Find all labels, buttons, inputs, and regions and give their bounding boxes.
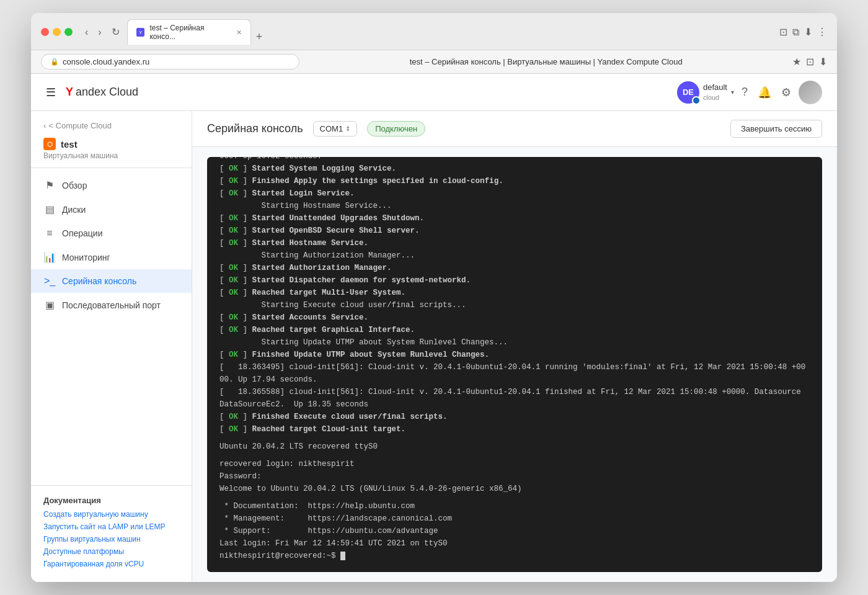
terminal-line: [ 18.365588] cloud-init[561]: Cloud-init… [219, 386, 810, 411]
monitoring-icon: 📊 [43, 251, 56, 263]
sidebar-item-disks[interactable]: ▤ Диски [31, 197, 192, 221]
terminal-line: [ OK ] Reached target Cloud-init target. [219, 423, 810, 436]
app-body: ‹ < Compute Cloud ⬡ test Виртуальная маш… [31, 111, 837, 582]
address-bar[interactable]: 🔒 console.cloud.yandex.ru [41, 54, 299, 69]
terminal-line: Starting Hostname Service... [219, 200, 810, 212]
traffic-lights [41, 28, 73, 36]
terminal-line: [ OK ] Started Unattended Upgrades Shutd… [219, 212, 810, 225]
new-tab-button[interactable]: + [251, 30, 268, 43]
terminal-line: * Support: https://ubuntu.com/advantage [219, 525, 810, 537]
header-user: DE default cloud ▾ ? 🔔 ⚙ [677, 81, 822, 104]
sidebar-item-serial-console[interactable]: >_ Серийная консоль [31, 269, 192, 293]
screenshot-icon[interactable]: ⧉ [792, 27, 799, 38]
terminal-line: [ 17.040655] cloud-init[531]: Cloud-init… [219, 157, 810, 163]
page-title: test – Серийная консоль | Виртуальные ма… [306, 57, 786, 66]
profile-picture[interactable] [799, 81, 822, 104]
terminal-line: [ OK ] Reached target Graphical Interfac… [219, 324, 810, 336]
terminal-line: [ OK ] Started OpenBSD Secure Shell serv… [219, 225, 810, 237]
browser-window: ‹ › ↻ Y test – Серийная консо... ✕ + ⊡ ⧉… [31, 13, 837, 582]
serial-port-icon: ▣ [43, 299, 56, 311]
sidebar-item-overview[interactable]: ⚑ Обзор [31, 173, 192, 197]
browser-tabs: Y test – Серийная консо... ✕ + [127, 19, 268, 45]
user-org: cloud [703, 93, 727, 102]
user-avatar: DE [677, 81, 699, 104]
cast-icon[interactable]: ⊡ [806, 56, 814, 68]
logo-y: Y [66, 86, 73, 99]
docs-link-create-vm[interactable]: Создать виртуальную машину [43, 510, 179, 519]
sidebar-nav: ⚑ Обзор ▤ Диски ≡ Операции 📊 Мониторинг [31, 168, 192, 485]
docs-link-platforms[interactable]: Доступные платформы [43, 547, 179, 556]
docs-link-vm-groups[interactable]: Группы виртуальных машин [43, 535, 179, 544]
monitoring-label: Мониторинг [62, 253, 110, 262]
vm-type-label: Виртуальная машина [43, 151, 179, 160]
browser-tab[interactable]: Y test – Серийная консо... ✕ [127, 19, 251, 45]
bookmark-star-icon[interactable]: ★ [792, 56, 801, 68]
serial-console-label: Серийная консоль [62, 276, 136, 286]
sidebar: ‹ < Compute Cloud ⬡ test Виртуальная маш… [31, 111, 192, 582]
maximize-button[interactable] [64, 28, 73, 36]
docs-link-lamp[interactable]: Запустить сайт на LAMP или LEMP [43, 522, 179, 531]
right-toolbar-icons: ★ ⊡ ⬇ [792, 56, 827, 68]
terminal-line: nikthespirit@recovered:~$ [219, 550, 810, 562]
reload-button[interactable]: ↻ [109, 25, 122, 39]
back-label: < Compute Cloud [48, 121, 112, 130]
terminal-line: Welcome to Ubuntu 20.04.2 LTS (GNU/Linux… [219, 483, 810, 495]
terminal-line: [ OK ] Finished Update UTMP about System… [219, 349, 810, 361]
terminal-line: [ OK ] Started Authorization Manager. [219, 262, 810, 274]
sidebar-item-serial-port[interactable]: ▣ Последовательный порт [31, 293, 192, 317]
operations-icon: ≡ [43, 228, 56, 239]
terminal-line: * Documentation: https://help.ubuntu.com [219, 500, 810, 512]
close-button[interactable] [41, 28, 49, 36]
tab-close-button[interactable]: ✕ [236, 29, 242, 37]
terminal-line: Ubuntu 20.04.2 LTS recovered ttyS0 [219, 441, 810, 453]
terminal-line: [ OK ] Started Dispatcher daemon for sys… [219, 274, 810, 287]
docs-link-vcpu[interactable]: Гарантированная доля vCPU [43, 560, 179, 568]
terminal-line: [ 18.363495] cloud-init[561]: Cloud-init… [219, 361, 810, 386]
com-chevron-icon: ⇕ [345, 125, 350, 132]
terminal-line: * Management: https://landscape.canonica… [219, 512, 810, 525]
bookmark-icon[interactable]: ⊡ [779, 26, 787, 38]
app-container: ☰ Y andex Cloud DE default cloud ▾ [31, 74, 837, 582]
sidebar-back-link[interactable]: ‹ < Compute Cloud [31, 111, 192, 135]
back-button[interactable]: ‹ [82, 25, 91, 39]
user-avatar-container[interactable]: DE default cloud ▾ [677, 81, 734, 104]
help-icon[interactable]: ? [739, 83, 750, 101]
browser-toolbar: 🔒 console.cloud.yandex.ru test – Серийна… [31, 50, 837, 74]
settings-icon[interactable]: ⚙ [779, 83, 794, 102]
tab-favicon: Y [136, 28, 145, 37]
sidebar-item-operations[interactable]: ≡ Операции [31, 221, 192, 245]
main-content: Серийная консоль COM1 ⇕ Подключен Заверш… [192, 111, 837, 582]
operations-label: Операции [62, 228, 103, 238]
terminal-line: [ OK ] Started Hostname Service. [219, 237, 810, 249]
user-name: default [703, 83, 727, 93]
download-icon[interactable]: ⬇ [804, 26, 812, 38]
vm-name-label: test [61, 139, 78, 150]
terminal-line: [ OK ] Started Accounts Service. [219, 311, 810, 324]
sidebar-item-monitoring[interactable]: 📊 Мониторинг [31, 245, 192, 269]
terminal-line [219, 436, 810, 441]
app-header: ☰ Y andex Cloud DE default cloud ▾ [31, 74, 837, 111]
chevron-down-icon: ▾ [731, 89, 734, 96]
vm-icon: ⬡ [43, 138, 56, 150]
hamburger-icon[interactable]: ☰ [46, 86, 56, 99]
menu-icon[interactable]: ⋮ [817, 26, 827, 38]
forward-button[interactable]: › [95, 25, 104, 39]
terminal-line: [ OK ] Finished Apply the settings speci… [219, 175, 810, 187]
com-port-selector[interactable]: COM1 ⇕ [313, 121, 358, 136]
terminal-line: [ OK ] Reached target Multi-User System. [219, 287, 810, 299]
serial-port-label: Последовательный порт [62, 300, 161, 310]
end-session-button[interactable]: Завершить сессию [730, 120, 822, 138]
user-initials: DE [683, 87, 694, 97]
user-badge [692, 96, 701, 105]
bell-icon[interactable]: 🔔 [755, 83, 774, 102]
terminal[interactable]: [ OK ] Finished Remove Stale Onli…ext4 M… [207, 157, 822, 572]
docs-title: Документация [43, 496, 179, 505]
disks-icon: ▤ [43, 204, 56, 215]
address-url: console.cloud.yandex.ru [63, 57, 149, 66]
minimize-button[interactable] [53, 28, 61, 36]
vm-name: ⬡ test [43, 138, 179, 150]
download2-icon[interactable]: ⬇ [819, 56, 827, 68]
terminal-line: [ OK ] Started System Logging Service. [219, 163, 810, 175]
connection-status-badge: Подключен [367, 121, 425, 136]
overview-label: Обзор [62, 181, 87, 190]
